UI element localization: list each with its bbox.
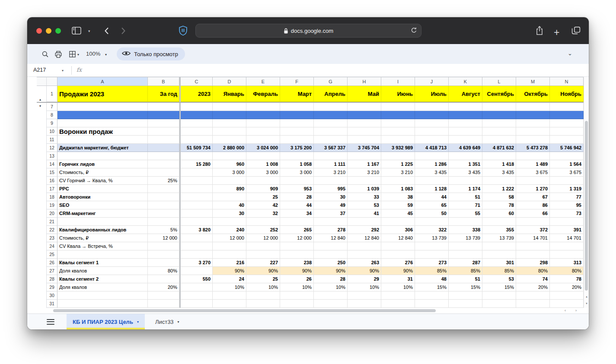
- cell-K28[interactable]: 51: [449, 275, 482, 283]
- cell-L16[interactable]: [482, 177, 516, 185]
- cell-G15[interactable]: 3 210: [314, 168, 348, 177]
- cell-N15[interactable]: 3 675: [550, 168, 584, 177]
- row-header-19[interactable]: 19: [46, 201, 57, 209]
- cell-N20[interactable]: 73: [550, 209, 584, 218]
- cell-J27[interactable]: 85%: [415, 267, 449, 275]
- cell-H1[interactable]: Май: [348, 86, 381, 102]
- cell-K19[interactable]: 71: [449, 201, 482, 209]
- cell-F22[interactable]: 265: [280, 226, 314, 234]
- cell-E12[interactable]: 3 024 000: [246, 144, 280, 152]
- cell-I7[interactable]: [381, 103, 415, 111]
- cell-A12[interactable]: Диджитал маркетинг, бюджет: [57, 144, 148, 152]
- cell-L28[interactable]: 53: [482, 275, 516, 283]
- cell-E9[interactable]: [246, 119, 280, 127]
- cell-A22[interactable]: Квалифицированных лидов: [57, 226, 148, 234]
- all-sheets-menu-icon[interactable]: [47, 319, 54, 325]
- row-header-13[interactable]: 13: [46, 152, 57, 160]
- cell-B23[interactable]: 12 000: [148, 234, 179, 242]
- cell-E19[interactable]: 42: [246, 201, 280, 209]
- cell-A1[interactable]: Продажи 2023: [57, 86, 148, 102]
- column-header-J[interactable]: J: [415, 77, 449, 86]
- cell-D19[interactable]: 40: [213, 201, 246, 209]
- cell-G1[interactable]: Апрель: [314, 86, 348, 102]
- cell-F17[interactable]: 953: [280, 185, 314, 193]
- cell-C10[interactable]: [181, 127, 213, 136]
- cell-E30[interactable]: [246, 291, 280, 300]
- group-expand-icon[interactable]: ▴: [39, 98, 41, 101]
- cell-M7[interactable]: [516, 103, 550, 111]
- cell-I22[interactable]: 306: [381, 226, 415, 234]
- cell-F21[interactable]: [280, 218, 314, 226]
- cell-L19[interactable]: 78: [482, 201, 516, 209]
- cell-M24[interactable]: [516, 242, 550, 250]
- cell-K10[interactable]: [449, 127, 482, 136]
- cell-H10[interactable]: [348, 127, 381, 136]
- cell-M26[interactable]: 298: [516, 259, 550, 267]
- cell-A27[interactable]: Доля квалов: [57, 267, 148, 275]
- scroll-right-icon[interactable]: ›: [575, 308, 577, 313]
- cell-N18[interactable]: 77: [550, 193, 584, 201]
- cell-B11[interactable]: [148, 136, 179, 144]
- cell-C26[interactable]: 3 270: [181, 259, 213, 267]
- cell-N30[interactable]: [550, 291, 584, 300]
- cell-C12[interactable]: 51 509 734: [181, 144, 213, 152]
- zoom-level[interactable]: 100%: [86, 51, 100, 57]
- cell-A18[interactable]: Автоворонки: [57, 193, 148, 201]
- cell-C28[interactable]: 550: [181, 275, 213, 283]
- cell-N14[interactable]: 1 564: [550, 160, 584, 168]
- cell-B7[interactable]: [148, 103, 179, 111]
- cell-H13[interactable]: [348, 152, 381, 160]
- cell-N23[interactable]: 14 701: [550, 234, 584, 242]
- cell-D18[interactable]: [213, 193, 246, 201]
- cell-B28[interactable]: [148, 275, 179, 283]
- cell-H8[interactable]: [348, 111, 381, 119]
- cell-B12[interactable]: [148, 144, 179, 152]
- cell-A25[interactable]: [57, 250, 148, 259]
- cell-A31[interactable]: [57, 300, 148, 308]
- cell-M28[interactable]: 74: [516, 275, 550, 283]
- cell-K21[interactable]: [449, 218, 482, 226]
- cell-F20[interactable]: 34: [280, 209, 314, 218]
- cell-G18[interactable]: 30: [314, 193, 348, 201]
- cell-A23[interactable]: Стоимость, ₽: [57, 234, 148, 242]
- cell-B9[interactable]: [148, 119, 179, 127]
- cell-M18[interactable]: 67: [516, 193, 550, 201]
- column-header-N[interactable]: N: [550, 77, 584, 86]
- cell-G9[interactable]: [314, 119, 348, 127]
- cell-I13[interactable]: [381, 152, 415, 160]
- cell-B27[interactable]: 80%: [148, 267, 179, 275]
- reload-icon[interactable]: [411, 27, 417, 35]
- cell-F18[interactable]: 28: [280, 193, 314, 201]
- cell-A17[interactable]: PPC: [57, 185, 148, 193]
- cell-J13[interactable]: [415, 152, 449, 160]
- cell-D1[interactable]: Январь: [213, 86, 246, 102]
- cell-A30[interactable]: [57, 291, 148, 300]
- cell-C17[interactable]: [181, 185, 213, 193]
- cell-I10[interactable]: [381, 127, 415, 136]
- cell-H7[interactable]: [348, 103, 381, 111]
- cell-J22[interactable]: 322: [415, 226, 449, 234]
- cell-K18[interactable]: 51: [449, 193, 482, 201]
- sheet-tab-second[interactable]: Лист33 ▾: [150, 319, 185, 325]
- cell-H15[interactable]: 3 210: [348, 168, 381, 177]
- cell-C1[interactable]: 2023: [181, 86, 213, 102]
- row-header-28[interactable]: 28: [46, 275, 57, 283]
- cell-B17[interactable]: [148, 185, 179, 193]
- cell-B14[interactable]: [148, 160, 179, 168]
- cell-J15[interactable]: 3 435: [415, 168, 449, 177]
- sidebar-toggle-icon[interactable]: [72, 27, 81, 35]
- cell-F28[interactable]: 26: [280, 275, 314, 283]
- cell-M12[interactable]: 5 473 278: [516, 144, 550, 152]
- cell-A19[interactable]: SEO: [57, 201, 148, 209]
- column-header-H[interactable]: H: [348, 77, 381, 86]
- cell-E20[interactable]: 32: [246, 209, 280, 218]
- cell-L18[interactable]: 58: [482, 193, 516, 201]
- cell-D21[interactable]: [213, 218, 246, 226]
- row-header-17[interactable]: 17: [46, 185, 57, 193]
- cell-B29[interactable]: 20%: [148, 283, 179, 291]
- row-header-11[interactable]: 11: [46, 136, 57, 144]
- cell-L7[interactable]: [482, 103, 516, 111]
- cell-J26[interactable]: 273: [415, 259, 449, 267]
- cell-K11[interactable]: [449, 136, 482, 144]
- cell-G31[interactable]: [314, 300, 348, 308]
